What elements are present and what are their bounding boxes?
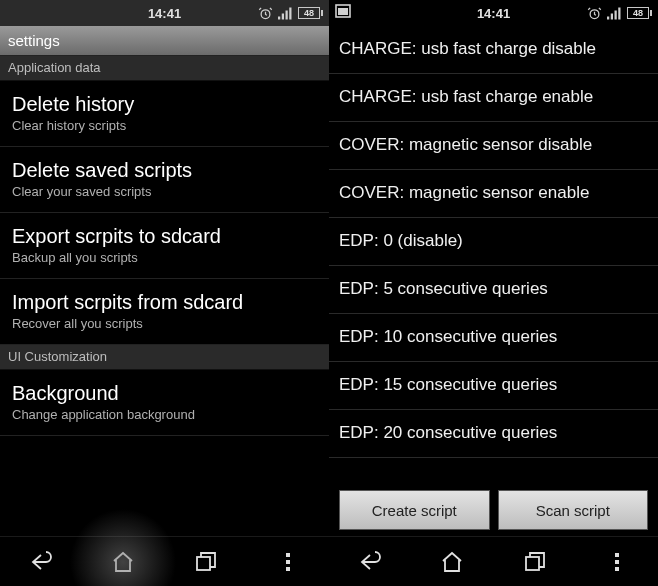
script-item[interactable]: EDP: 5 consecutive queries <box>329 266 658 314</box>
item-subtitle: Backup all you scripts <box>12 250 317 265</box>
battery-icon: 48 <box>298 7 323 19</box>
item-subtitle: Clear history scripts <box>12 118 317 133</box>
item-title: Delete history <box>12 93 317 116</box>
nav-bar <box>329 536 658 586</box>
back-button[interactable] <box>340 542 400 582</box>
svg-rect-9 <box>607 16 609 19</box>
signal-icon <box>607 7 622 20</box>
home-button[interactable] <box>422 542 482 582</box>
item-subtitle: Clear your saved scripts <box>12 184 317 199</box>
script-list[interactable]: CHARGE: usb fast charge disable CHARGE: … <box>329 26 658 480</box>
battery-icon: 48 <box>627 7 652 19</box>
svg-rect-12 <box>618 7 620 19</box>
svg-rect-1 <box>278 16 280 19</box>
phone-left-screen: 14:41 48 settings Application data Delet… <box>0 0 329 586</box>
status-time: 14:41 <box>477 6 510 21</box>
delete-saved-scripts-item[interactable]: Delete saved scripts Clear your saved sc… <box>0 147 329 213</box>
alarm-icon <box>587 6 602 21</box>
script-item[interactable]: EDP: 0 (disable) <box>329 218 658 266</box>
status-icons: 48 <box>587 6 652 21</box>
item-subtitle: Change application background <box>12 407 317 422</box>
script-item[interactable]: EDP: 10 consecutive queries <box>329 314 658 362</box>
item-title: Delete saved scripts <box>12 159 317 182</box>
menu-dots-icon <box>286 553 290 571</box>
nav-bar <box>0 536 329 586</box>
svg-rect-2 <box>282 13 284 19</box>
svg-rect-10 <box>611 13 613 19</box>
item-title: Import scrpits from sdcard <box>12 291 317 314</box>
svg-rect-3 <box>286 10 288 19</box>
status-icons: 48 <box>258 6 323 21</box>
svg-rect-5 <box>197 557 210 570</box>
menu-dots-icon <box>615 553 619 571</box>
left-content: settings Application data Delete history… <box>0 26 329 536</box>
background-item[interactable]: Background Change application background <box>0 370 329 436</box>
create-script-button[interactable]: Create script <box>339 490 490 530</box>
export-scripts-item[interactable]: Export scrpits to sdcard Backup all you … <box>0 213 329 279</box>
menu-button[interactable] <box>258 542 318 582</box>
script-item[interactable]: EDP: 20 consecutive queries <box>329 410 658 458</box>
item-title: Export scrpits to sdcard <box>12 225 317 248</box>
battery-level: 48 <box>298 7 320 19</box>
back-button[interactable] <box>11 542 71 582</box>
script-item[interactable]: CHARGE: usb fast charge enable <box>329 74 658 122</box>
script-item[interactable]: COVER: magnetic sensor disable <box>329 122 658 170</box>
scan-script-button[interactable]: Scan script <box>498 490 649 530</box>
menu-button[interactable] <box>587 542 647 582</box>
item-subtitle: Recover all you scripts <box>12 316 317 331</box>
phone-right-screen: 14:41 48 CHARGE: usb fast charge disable… <box>329 0 658 586</box>
svg-rect-11 <box>615 10 617 19</box>
screenshot-icon <box>335 4 351 21</box>
settings-list: Delete history Clear history scripts Del… <box>0 81 329 536</box>
status-bar: 14:41 48 <box>0 0 329 26</box>
battery-level: 48 <box>627 7 649 19</box>
right-content: CHARGE: usb fast charge disable CHARGE: … <box>329 26 658 536</box>
status-bar: 14:41 48 <box>329 0 658 26</box>
home-button[interactable] <box>93 542 153 582</box>
section-ui-customization: UI Customization <box>0 345 329 370</box>
delete-history-item[interactable]: Delete history Clear history scripts <box>0 81 329 147</box>
recent-button[interactable] <box>176 542 236 582</box>
section-app-data: Application data <box>0 56 329 81</box>
import-scripts-item[interactable]: Import scrpits from sdcard Recover all y… <box>0 279 329 345</box>
script-item[interactable]: CHARGE: usb fast charge disable <box>329 26 658 74</box>
item-title: Background <box>12 382 317 405</box>
svg-rect-13 <box>526 557 539 570</box>
button-row: Create script Scan script <box>329 480 658 536</box>
signal-icon <box>278 7 293 20</box>
settings-header: settings <box>0 26 329 56</box>
svg-rect-4 <box>289 7 291 19</box>
svg-rect-7 <box>338 8 348 15</box>
status-time: 14:41 <box>148 6 181 21</box>
script-item[interactable]: COVER: magnetic sensor enable <box>329 170 658 218</box>
script-item[interactable]: EDP: 15 consecutive queries <box>329 362 658 410</box>
recent-button[interactable] <box>505 542 565 582</box>
alarm-icon <box>258 6 273 21</box>
